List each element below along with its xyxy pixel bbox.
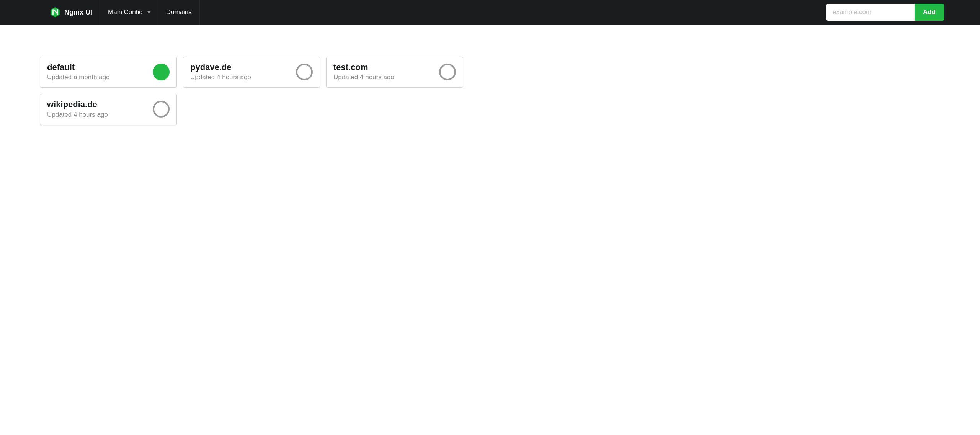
domain-input[interactable]: [826, 4, 915, 21]
status-inactive-icon[interactable]: [439, 64, 456, 80]
domain-card-text: defaultUpdated a month ago: [47, 62, 148, 81]
domain-updated: Updated 4 hours ago: [333, 74, 434, 81]
domain-card-text: wikipedia.deUpdated 4 hours ago: [47, 100, 148, 118]
status-inactive-icon[interactable]: [153, 101, 170, 118]
status-inactive-icon[interactable]: [296, 64, 313, 80]
chevron-down-icon: [147, 11, 150, 13]
add-domain-form: Add: [826, 0, 944, 25]
domain-card[interactable]: wikipedia.deUpdated 4 hours ago: [40, 94, 177, 125]
svg-marker-0: [51, 7, 60, 17]
domain-name: wikipedia.de: [47, 100, 148, 110]
domain-card[interactable]: pydave.deUpdated 4 hours ago: [183, 57, 320, 88]
domain-name: pydave.de: [190, 62, 291, 72]
domain-card-text: pydave.deUpdated 4 hours ago: [190, 62, 291, 81]
domain-updated: Updated a month ago: [47, 74, 148, 81]
nginx-logo-icon: [50, 7, 60, 18]
nav-domains[interactable]: Domains: [158, 0, 200, 25]
domain-card-text: test.comUpdated 4 hours ago: [333, 62, 434, 81]
add-button[interactable]: Add: [915, 4, 944, 21]
nav-domains-label: Domains: [166, 8, 192, 16]
status-active-icon[interactable]: [153, 64, 170, 80]
nav-main-config[interactable]: Main Config: [100, 0, 158, 25]
domain-name: test.com: [333, 62, 434, 72]
navbar: Nginx UI Main Config Domains Add: [0, 0, 980, 25]
nav-spacer: [200, 0, 826, 25]
domain-card[interactable]: test.comUpdated 4 hours ago: [326, 57, 463, 88]
brand-title: Nginx UI: [64, 8, 92, 16]
domain-updated: Updated 4 hours ago: [47, 111, 148, 119]
domain-card[interactable]: defaultUpdated a month ago: [40, 57, 177, 88]
brand[interactable]: Nginx UI: [50, 0, 100, 25]
content: defaultUpdated a month agopydave.deUpdat…: [0, 25, 980, 125]
domain-updated: Updated 4 hours ago: [190, 74, 291, 81]
domain-card-grid: defaultUpdated a month agopydave.deUpdat…: [40, 57, 942, 125]
domain-name: default: [47, 62, 148, 72]
nav-main-config-label: Main Config: [108, 8, 143, 16]
